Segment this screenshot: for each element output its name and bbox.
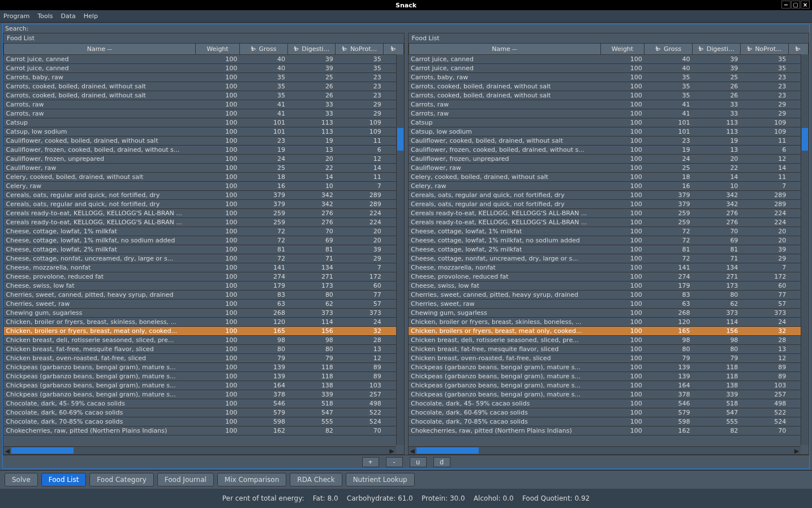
table-row[interactable]: Carrot juice, canned100403935 [4, 64, 404, 73]
table-row[interactable]: Cereals, oats, regular and quick, not fo… [4, 191, 404, 200]
table-row[interactable]: Cereals, oats, regular and quick, not fo… [4, 200, 404, 209]
tab-mix-comparison[interactable]: Mix Comparison [217, 473, 286, 486]
table-row[interactable]: Chocolate, dark, 60-69% cacao solids1005… [409, 408, 809, 417]
table-row[interactable]: Cherries, sweet, canned, pitted, heavy s… [4, 291, 404, 300]
table-row[interactable]: Cereals ready-to-eat, KELLOGG, KELLOGG'S… [4, 218, 404, 227]
table-row[interactable]: Cauliflower, raw100252214 [4, 164, 404, 173]
table-row[interactable]: Cheese, provolone, reduced fat1002742711… [4, 272, 404, 281]
table-row[interactable]: Chocolate, dark, 45- 59% cacao solids100… [409, 399, 809, 408]
table-row[interactable]: Cherries, sweet, raw100636257 [4, 300, 404, 309]
table-row[interactable]: Carrots, baby, raw100352523 [4, 73, 404, 82]
col-noprot[interactable]: ⛷ NoProt... [740, 44, 788, 55]
table-row[interactable]: Cheese, provolone, reduced fat1002742711… [409, 272, 809, 281]
table-row[interactable]: Cauliflower, frozen, cooked, boiled, dra… [409, 146, 809, 155]
table-row[interactable]: Carrots, raw100413329 [4, 100, 404, 109]
table-row[interactable]: Cauliflower, frozen, unprepared100242012 [4, 155, 404, 164]
table-row[interactable]: Cereals, oats, regular and quick, not fo… [409, 200, 809, 209]
tab-food-category[interactable]: Food Category [89, 473, 153, 486]
table-row[interactable]: Carrot juice, canned100403935 [409, 55, 809, 64]
table-row[interactable]: Chickpeas (garbanzo beans, bengal gram),… [4, 372, 404, 381]
table-row[interactable]: Chocolate, dark, 45- 59% cacao solids100… [4, 399, 404, 408]
table-row[interactable]: Chicken breast, oven-roasted, fat-free, … [4, 354, 404, 363]
d-button[interactable]: d [433, 457, 450, 467]
table-row[interactable]: Chocolate, dark, 60-69% cacao solids1005… [4, 408, 404, 417]
table-row[interactable]: Chokecherries, raw, pitted (Northern Pla… [4, 426, 404, 436]
menu-program[interactable]: Program [3, 12, 29, 20]
table-row[interactable]: Chickpeas (garbanzo beans, bengal gram),… [409, 363, 809, 372]
table-row[interactable]: Cheese, cottage, nonfat, uncreamed, dry,… [409, 254, 809, 263]
col-name[interactable]: Name— [4, 44, 196, 55]
col-weight[interactable]: Weight [600, 44, 645, 55]
tab-solve[interactable]: Solve [5, 473, 38, 486]
menu-tools[interactable]: Tools [37, 12, 53, 20]
col-last[interactable]: ⛷ [384, 44, 403, 55]
table-row[interactable]: Celery, raw10016107 [4, 182, 404, 191]
table-row[interactable]: Chickpeas (garbanzo beans, bengal gram),… [409, 372, 809, 381]
table-row[interactable]: Cheese, cottage, nonfat, uncreamed, dry,… [4, 254, 404, 263]
table-row[interactable]: Carrots, cooked, boiled, drained, withou… [409, 82, 809, 91]
hscrollbar-right[interactable]: ◀ ▶ [409, 446, 801, 454]
tab-food-list[interactable]: Food List [41, 473, 87, 486]
table-row[interactable]: Cheese, cottage, lowfat, 2% milkfat10081… [409, 245, 809, 254]
table-row[interactable]: Carrot juice, canned100403935 [409, 64, 809, 73]
table-row[interactable]: Chocolate, dark, 70-85% cacao solids1005… [409, 417, 809, 426]
table-row[interactable]: Cauliflower, cooked, boiled, drained, wi… [4, 136, 404, 146]
hscrollbar-left[interactable]: ◀ ▶ [3, 446, 396, 454]
table-row[interactable]: Chocolate, dark, 70-85% cacao solids1005… [4, 417, 404, 426]
scroll-right-icon[interactable]: ▶ [793, 447, 801, 454]
table-row[interactable]: Cauliflower, frozen, cooked, boiled, dra… [4, 146, 404, 155]
table-row[interactable]: Carrots, cooked, boiled, drained, withou… [4, 82, 404, 91]
tab-rda-check[interactable]: RDA Check [290, 473, 342, 486]
scroll-left-icon[interactable]: ◀ [409, 447, 416, 454]
table-row[interactable]: Chicken breast, deli, rotisserie seasone… [4, 336, 404, 345]
col-gross[interactable]: ⛷ Gross [645, 44, 693, 55]
vscrollbar-left[interactable] [396, 54, 404, 445]
vscroll-thumb[interactable] [802, 128, 808, 151]
table-row[interactable]: Carrots, raw100413329 [4, 109, 404, 118]
table-row[interactable]: Cereals ready-to-eat, KELLOGG, KELLOGG'S… [409, 209, 809, 218]
menu-data[interactable]: Data [61, 12, 76, 20]
table-row[interactable]: Chickpeas (garbanzo beans, bengal gram),… [4, 381, 404, 390]
table-row[interactable]: Cheese, mozzarella, nonfat1001411347 [409, 263, 809, 272]
table-row[interactable]: Chicken, broilers or fryers, breast, mea… [4, 327, 404, 336]
table-row[interactable]: Cherries, sweet, raw100636257 [409, 300, 809, 309]
table-row[interactable]: Cheese, swiss, low fat10017917360 [4, 281, 404, 291]
minimize-icon[interactable]: − [781, 1, 790, 8]
table-row[interactable]: Chicken, broiler or fryers, breast, skin… [4, 318, 404, 327]
col-digest[interactable]: ⛷ Digesti... [693, 44, 741, 55]
table-row[interactable]: Cheese, cottage, lowfat, 1% milkfat10072… [409, 227, 809, 236]
table-row[interactable]: Chewing gum, sugarless100268373373 [4, 309, 404, 318]
table-row[interactable]: Cheese, cottage, lowfat, 1% milkfat10072… [4, 227, 404, 236]
maximize-icon[interactable]: ▢ [791, 1, 800, 8]
close-icon[interactable]: × [801, 1, 810, 8]
minus-button[interactable]: - [386, 457, 403, 467]
table-row[interactable]: Cauliflower, frozen, unprepared100242012 [409, 155, 809, 164]
col-weight[interactable]: Weight [196, 44, 240, 55]
table-row[interactable]: Chicken breast, fat-free, mesquite flavo… [409, 345, 809, 354]
table-row[interactable]: Cereals ready-to-eat, KELLOGG, KELLOGG'S… [4, 209, 404, 218]
table-row[interactable]: Chicken breast, fat-free, mesquite flavo… [4, 345, 404, 354]
table-row[interactable]: Catsup, low sodium100101113109 [409, 127, 809, 136]
table-row[interactable]: Carrots, baby, raw100352523 [409, 73, 809, 82]
table-row[interactable]: Celery, cooked, boiled, drained, without… [409, 173, 809, 182]
table-row[interactable]: Cheese, cottage, lowfat, 1% milkfat, no … [409, 236, 809, 245]
table-row[interactable]: Cereals, oats, regular and quick, not fo… [409, 191, 809, 200]
table-row[interactable]: Chicken breast, oven-roasted, fat-free, … [409, 354, 809, 363]
table-row[interactable]: Chicken breast, deli, rotisserie seasone… [409, 336, 809, 345]
scroll-left-icon[interactable]: ◀ [3, 447, 11, 454]
table-row[interactable]: Chokecherries, raw, pitted (Northern Pla… [409, 426, 809, 436]
table-row[interactable]: Cherries, sweet, canned, pitted, heavy s… [409, 291, 809, 300]
table-row[interactable]: Catsup100101113109 [409, 118, 809, 127]
table-row[interactable]: Cheese, cottage, lowfat, 1% milkfat, no … [4, 236, 404, 245]
table-row[interactable]: Carrot juice, canned100403935 [4, 55, 404, 64]
table-row[interactable]: Catsup100101113109 [4, 118, 404, 127]
table-row[interactable]: Cereals ready-to-eat, KELLOGG, KELLOGG'S… [409, 218, 809, 227]
tab-food-journal[interactable]: Food Journal [157, 473, 214, 486]
table-row[interactable]: Chewing gum, sugarless100268373373 [409, 309, 809, 318]
col-gross[interactable]: ⛷ Gross [239, 44, 287, 55]
table-row[interactable]: Cheese, swiss, low fat10017917360 [409, 281, 809, 291]
table-row[interactable]: Chickpeas (garbanzo beans, bengal gram),… [409, 390, 809, 399]
table-row[interactable]: Celery, cooked, boiled, drained, without… [4, 173, 404, 182]
table-row[interactable]: Catsup, low sodium100101113109 [4, 127, 404, 136]
table-row[interactable]: Cheese, mozzarella, nonfat1001411347 [4, 263, 404, 272]
